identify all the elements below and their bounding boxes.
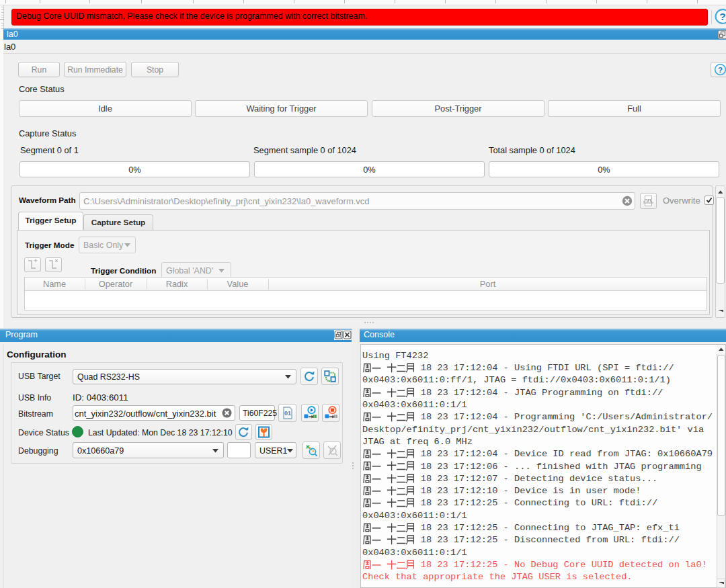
svg-text:?: ? [718, 66, 723, 74]
svg-text:?: ? [719, 11, 725, 22]
svg-text:01: 01 [284, 410, 291, 417]
